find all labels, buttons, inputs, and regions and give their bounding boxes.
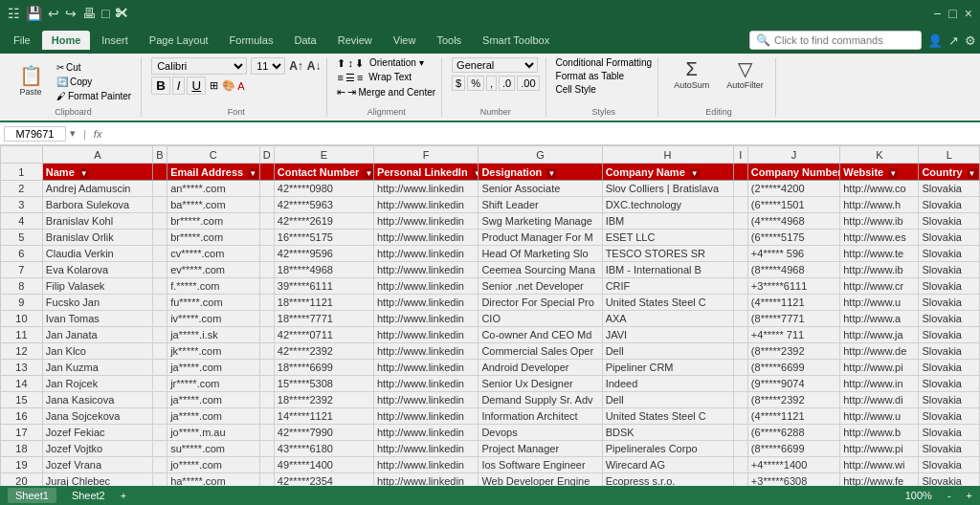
cell-r3-c7[interactable]: DXC.technology — [602, 197, 733, 213]
cell-r8-c4[interactable]: 39*****6111 — [274, 278, 373, 295]
tab-review[interactable]: Review — [328, 31, 382, 50]
cell-r8-c0[interactable]: Filip Valasek — [42, 278, 152, 295]
cell-r11-c10[interactable]: http://www.ja — [840, 327, 919, 343]
cell-r8-c8[interactable] — [733, 278, 747, 295]
minimize-icon[interactable]: − — [933, 6, 941, 21]
copy-button[interactable]: 🔄 Copy — [53, 76, 135, 88]
borders-icon[interactable]: ⊞ — [210, 79, 218, 92]
cell-r13-c4[interactable]: 18*****6699 — [274, 360, 373, 376]
cell-r10-c7[interactable]: AXA — [602, 311, 733, 327]
cell-r9-c6[interactable]: Director For Special Pro — [479, 295, 602, 311]
cell-r6-c8[interactable] — [733, 246, 747, 262]
cell-r19-c11[interactable]: Slovakia — [919, 457, 980, 473]
font-size-select[interactable]: 11 — [251, 57, 285, 75]
cell-r6-c7[interactable]: TESCO STORES SR — [602, 246, 733, 262]
cell-r4-c11[interactable]: Slovakia — [919, 213, 980, 230]
cell-r17-c11[interactable]: Slovakia — [919, 425, 980, 441]
cell-r11-c1[interactable] — [152, 327, 167, 343]
cell-r2-c3[interactable] — [259, 181, 274, 197]
cell-r17-c3[interactable] — [259, 425, 274, 441]
cell-r19-c2[interactable]: jo*****.com — [167, 457, 259, 473]
cell-r6-c0[interactable]: Claudia Verkin — [42, 246, 152, 262]
cell-r16-c8[interactable] — [733, 408, 747, 425]
cell-r6-c4[interactable]: 42*****9596 — [274, 246, 373, 262]
cell-r5-c3[interactable] — [259, 230, 274, 246]
cell-reference[interactable] — [4, 126, 66, 142]
cell-r16-c4[interactable]: 14*****1121 — [274, 408, 373, 425]
cell-r16-c3[interactable] — [259, 408, 274, 425]
cell-r17-c2[interactable]: jo*****.m.au — [167, 425, 259, 441]
cell-r7-c11[interactable]: Slovakia — [919, 262, 980, 278]
cell-r18-c2[interactable]: su*****.com — [167, 441, 259, 457]
align-center-icon[interactable]: ☰ — [345, 72, 355, 84]
cell-r15-c1[interactable] — [152, 392, 167, 408]
filter-email-icon[interactable]: ▼ — [248, 168, 257, 179]
zoom-in-icon[interactable]: + — [967, 490, 972, 501]
cell-r16-c1[interactable] — [152, 408, 167, 425]
fill-color-icon[interactable]: 🎨 — [222, 79, 235, 92]
cell-r3-c3[interactable] — [259, 197, 274, 213]
col-header-F[interactable]: F — [373, 146, 479, 164]
cell-r2-c0[interactable]: Andrej Adamuscin — [42, 181, 152, 197]
cell-r17-c4[interactable]: 42*****7990 — [274, 425, 373, 441]
cell-r3-c10[interactable]: http://www.h — [840, 197, 919, 213]
cell-r13-c9[interactable]: (8*****6699 — [747, 360, 839, 376]
tab-smart-toolbox[interactable]: Smart Toolbox — [473, 31, 559, 50]
cell-r6-c3[interactable] — [259, 246, 274, 262]
cell-r5-c10[interactable]: http://www.es — [840, 230, 919, 246]
cell-r10-c6[interactable]: CIO — [479, 311, 602, 327]
cell-r10-c10[interactable]: http://www.a — [840, 311, 919, 327]
conditional-formatting-button[interactable]: Conditional Formatting — [556, 57, 653, 68]
cell-r16-c9[interactable]: (4*****1121 — [747, 408, 839, 425]
cell-r4-c7[interactable]: IBM — [602, 213, 733, 230]
cell-r2-c6[interactable]: Senior Associate — [479, 181, 602, 197]
cell-r14-c6[interactable]: Senior Ux Designer — [479, 376, 602, 392]
cell-r16-c7[interactable]: United States Steel C — [602, 408, 733, 425]
cell-r19-c1[interactable] — [152, 457, 167, 473]
zoom-out-icon[interactable]: - — [947, 490, 951, 501]
cell-r10-c4[interactable]: 18*****7771 — [274, 311, 373, 327]
close-icon[interactable]: × — [965, 6, 972, 21]
cell-r10-c8[interactable] — [733, 311, 747, 327]
cell-r13-c6[interactable]: Android Developer — [479, 360, 602, 376]
cell-r16-c0[interactable]: Jana Sojcekova — [42, 408, 152, 425]
cell-r7-c4[interactable]: 18*****4968 — [274, 262, 373, 278]
cell-r11-c0[interactable]: Jan Janata — [42, 327, 152, 343]
tab-page-layout[interactable]: Page Layout — [140, 31, 218, 50]
cell-r5-c11[interactable]: Slovakia — [919, 230, 980, 246]
italic-button[interactable]: I — [172, 77, 186, 95]
col-header-D[interactable]: D — [259, 146, 274, 164]
filter-contact-icon[interactable]: ▼ — [364, 168, 373, 179]
cell-r9-c0[interactable]: Fucsko Jan — [42, 295, 152, 311]
tab-insert[interactable]: Insert — [92, 31, 138, 50]
cell-r16-c6[interactable]: Information Architect — [479, 408, 602, 425]
cell-r19-c0[interactable]: Jozef Vrana — [42, 457, 152, 473]
indent-inc-icon[interactable]: ⇥ — [347, 86, 356, 99]
cell-r3-c9[interactable]: (6*****1501 — [747, 197, 839, 213]
cell-r2-c7[interactable]: Slov Colliers | Bratislava — [602, 181, 733, 197]
cell-r16-c10[interactable]: http://www.u — [840, 408, 919, 425]
increase-font-icon[interactable]: A↑ — [289, 59, 303, 73]
cell-r3-c11[interactable]: Slovakia — [919, 197, 980, 213]
sheet2-tab[interactable]: Sheet2 — [72, 490, 105, 501]
cell-r17-c10[interactable]: http://www.b — [840, 425, 919, 441]
cell-r5-c0[interactable]: Branislav Orlik — [42, 230, 152, 246]
cell-r13-c1[interactable] — [152, 360, 167, 376]
cell-r9-c2[interactable]: fu*****.com — [167, 295, 259, 311]
cell-r5-c6[interactable]: Product Manager For M — [479, 230, 602, 246]
cell-r12-c2[interactable]: jk*****.com — [167, 343, 259, 360]
cell-r12-c10[interactable]: http://www.de — [840, 343, 919, 360]
filter-country-icon[interactable]: ▼ — [968, 168, 977, 179]
cell-r12-c0[interactable]: Jan Klco — [42, 343, 152, 360]
cell-r18-c6[interactable]: Project Manager — [479, 441, 602, 457]
cell-r5-c7[interactable]: ESET LLC — [602, 230, 733, 246]
col-header-L[interactable]: L — [919, 146, 980, 164]
cell-r14-c7[interactable]: Indeed — [602, 376, 733, 392]
cell-r12-c5[interactable]: http://www.linkedin — [373, 343, 479, 360]
orientation-button[interactable]: Orientation ▾ — [369, 57, 424, 70]
cell-r10-c5[interactable]: http://www.linkedin — [373, 311, 479, 327]
cell-r12-c7[interactable]: Dell — [602, 343, 733, 360]
cell-r12-c9[interactable]: (8*****2392 — [747, 343, 839, 360]
underline-button[interactable]: U — [187, 77, 206, 95]
cell-r15-c6[interactable]: Demand Supply Sr. Adv — [479, 392, 602, 408]
